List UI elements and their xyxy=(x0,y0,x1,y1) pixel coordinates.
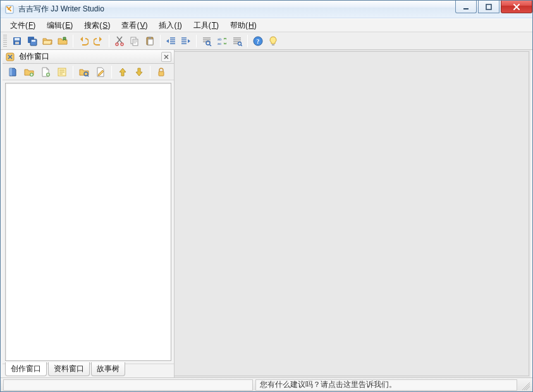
client-area: 创作窗口 创作窗 xyxy=(1,50,532,377)
panel-title: 创作窗口 xyxy=(19,51,49,62)
app-window: 吉吉写作 JJ Writer Studio 文件(F) 编辑(E) 搜索(S) … xyxy=(0,0,533,392)
undo-button[interactable] xyxy=(76,34,91,49)
window-buttons xyxy=(455,1,532,18)
panel-tabs: 创作窗口 资料窗口 故事树 xyxy=(3,364,174,377)
redo-button[interactable] xyxy=(91,34,106,49)
help-button[interactable]: ? xyxy=(250,34,266,49)
menu-edit[interactable]: 编辑(E) xyxy=(42,18,77,33)
maximize-icon xyxy=(486,4,492,10)
side-panel: 创作窗口 创作窗 xyxy=(3,50,175,377)
undo-icon xyxy=(78,36,89,46)
redo-icon xyxy=(94,36,104,46)
outdent-button[interactable] xyxy=(163,34,178,49)
toolbar-sep xyxy=(160,35,161,47)
main-toolbar: abac ? xyxy=(1,32,532,50)
help-icon: ? xyxy=(253,36,263,46)
arrow-up-icon xyxy=(118,67,128,77)
svg-text:ab: ab xyxy=(217,37,222,41)
indent-button[interactable] xyxy=(178,34,193,49)
lock-icon xyxy=(156,67,166,77)
maximize-button[interactable] xyxy=(478,1,499,13)
tab-storytree[interactable]: 故事树 xyxy=(91,362,125,376)
toolbar-sep xyxy=(247,35,248,47)
open-icon xyxy=(42,36,52,46)
properties-icon xyxy=(79,67,89,77)
cut-button[interactable] xyxy=(112,34,127,49)
mdi-area[interactable] xyxy=(175,51,529,376)
tree-view[interactable] xyxy=(5,83,171,361)
tab-compose[interactable]: 创作窗口 xyxy=(5,362,47,376)
new-note-button[interactable] xyxy=(54,64,70,80)
toolbar-sep xyxy=(109,35,109,47)
menu-search[interactable]: 搜索(S) xyxy=(80,18,114,33)
copy-button[interactable] xyxy=(127,34,142,49)
properties-button[interactable] xyxy=(77,64,92,80)
tip-button[interactable] xyxy=(266,34,281,49)
new-folder-button[interactable] xyxy=(21,64,37,80)
svg-rect-1 xyxy=(463,8,469,9)
menu-view[interactable]: 查看(V) xyxy=(117,18,152,33)
paste-icon xyxy=(145,36,155,46)
save-all-button[interactable] xyxy=(25,34,40,49)
toolbar-sep xyxy=(196,35,197,47)
find-all-button[interactable] xyxy=(230,34,245,49)
find-icon xyxy=(202,36,212,46)
status-left xyxy=(3,379,253,391)
note-new-icon xyxy=(57,67,67,77)
indent-icon xyxy=(181,36,191,46)
status-feedback-link[interactable]: 您有什么建议吗？请点击这里告诉我们。 xyxy=(255,379,517,391)
minimize-icon xyxy=(463,4,469,10)
menu-tools[interactable]: 工具(T) xyxy=(189,18,223,33)
panel-close-button[interactable] xyxy=(161,52,171,62)
book-icon xyxy=(8,67,18,77)
export-button[interactable] xyxy=(55,34,70,49)
menu-help[interactable]: 帮助(H) xyxy=(226,18,261,33)
tab-resources[interactable]: 资料窗口 xyxy=(48,362,90,376)
open-button[interactable] xyxy=(40,34,55,49)
panel-header[interactable]: 创作窗口 xyxy=(3,50,174,64)
tip-icon xyxy=(268,36,278,46)
svg-text:ac: ac xyxy=(217,42,221,46)
toolbar-sep xyxy=(73,66,73,78)
edit-button[interactable] xyxy=(93,64,108,80)
arrow-down-icon xyxy=(134,67,144,77)
resize-grip[interactable] xyxy=(520,380,530,390)
toolbar-grip[interactable] xyxy=(3,35,7,47)
close-button[interactable] xyxy=(501,1,532,13)
edit-icon xyxy=(95,67,106,77)
move-up-button[interactable] xyxy=(115,64,130,80)
menubar: 文件(F) 编辑(E) 搜索(S) 查看(V) 插入(I) 工具(T) 帮助(H… xyxy=(1,18,532,32)
menu-insert[interactable]: 插入(I) xyxy=(154,18,186,33)
svg-rect-8 xyxy=(32,40,35,42)
doc-new-icon xyxy=(40,67,51,77)
lock-button[interactable] xyxy=(154,64,169,80)
move-down-button[interactable] xyxy=(132,64,147,80)
svg-rect-4 xyxy=(15,38,20,40)
svg-rect-28 xyxy=(159,71,164,76)
minimize-button[interactable] xyxy=(455,1,477,13)
paste-button[interactable] xyxy=(142,34,157,49)
replace-button[interactable]: abac xyxy=(214,34,230,49)
svg-point-19 xyxy=(238,42,242,45)
find-button[interactable] xyxy=(199,34,214,49)
menu-file[interactable]: 文件(F) xyxy=(6,18,40,33)
app-icon xyxy=(4,4,15,15)
panel-icon xyxy=(5,52,15,62)
find-all-icon xyxy=(232,36,242,46)
new-book-button[interactable] xyxy=(5,64,20,80)
save-all-icon xyxy=(27,36,37,46)
toolbar-sep xyxy=(150,66,150,78)
cut-icon xyxy=(114,36,125,46)
save-button[interactable] xyxy=(9,34,25,49)
svg-rect-15 xyxy=(149,37,151,39)
toolbar-sep xyxy=(73,35,73,47)
export-icon xyxy=(58,36,68,46)
titlebar[interactable]: 吉吉写作 JJ Writer Studio xyxy=(1,1,532,18)
svg-point-9 xyxy=(116,43,118,46)
svg-rect-5 xyxy=(15,42,19,44)
svg-text:?: ? xyxy=(257,38,260,45)
new-doc-button[interactable] xyxy=(38,64,53,80)
save-icon xyxy=(12,36,22,46)
toolbar-sep xyxy=(111,66,112,78)
replace-icon: abac xyxy=(217,36,227,46)
